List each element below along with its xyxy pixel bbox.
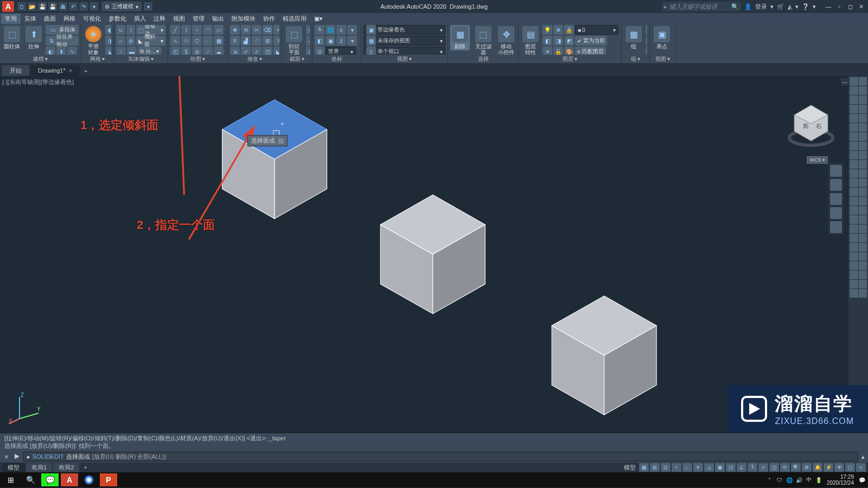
cart-icon[interactable]: 🛒 — [777, 3, 784, 10]
status-model-label[interactable]: 模型 — [622, 464, 638, 472]
restore-button[interactable]: ▫ — [834, 2, 844, 11]
palette-tool-icon[interactable] — [859, 105, 867, 113]
palette-tool-icon[interactable] — [859, 289, 867, 298]
group-select-icon[interactable]: ▦ — [646, 47, 647, 55]
mesh-refine-icon[interactable]: ◒ — [105, 47, 111, 55]
qat-new-icon[interactable]: 🗋 — [17, 2, 26, 11]
circle-icon[interactable]: ○ — [192, 25, 202, 35]
palette-tool-icon[interactable] — [850, 123, 858, 132]
annoscale-icon[interactable]: 🔍 — [791, 463, 801, 472]
helix-icon[interactable]: § — [181, 47, 191, 55]
taskbar-powerpoint-icon[interactable]: P — [100, 473, 117, 486]
palette-tool-icon[interactable] — [859, 142, 867, 150]
ribbon-collapse-icon[interactable]: ▣▾ — [310, 14, 327, 23]
ucs-icon-btn[interactable]: ╚ — [315, 25, 324, 35]
ucs-face-icon[interactable]: ◧ — [315, 36, 324, 46]
start-button[interactable]: ⊞ — [2, 473, 20, 486]
tab-addins[interactable]: 附加模块 — [228, 14, 259, 24]
ucs-world-icon[interactable]: 🌐 — [326, 25, 335, 35]
tab-layout2[interactable]: 布局2 — [53, 463, 79, 472]
panel-view2-label[interactable]: 视图 ▾ — [652, 55, 673, 63]
tab-solid[interactable]: 实体 — [21, 14, 40, 24]
palette-tool-icon[interactable] — [850, 206, 858, 215]
btn-cylinder[interactable]: ⬚圆柱体 — [2, 25, 22, 50]
system-clock[interactable]: 17:292020/12/24 — [825, 474, 856, 486]
tab-view[interactable]: 视图 — [169, 14, 189, 24]
btn-base-view[interactable]: ▣基点 — [652, 25, 672, 50]
cmd-options-icon[interactable]: ▴ — [860, 453, 866, 460]
infer-icon[interactable]: ⊡ — [661, 463, 671, 472]
palette-tool-icon[interactable] — [859, 188, 867, 196]
taskbar-chrome-icon[interactable] — [80, 473, 98, 486]
array-icon[interactable]: ⊞ — [263, 36, 272, 46]
tray-volume-icon[interactable]: 🔊 — [795, 476, 803, 484]
tab-start[interactable]: 开始 — [2, 65, 29, 76]
palette-tool-icon[interactable] — [859, 86, 867, 95]
tray-battery-icon[interactable]: 🔋 — [815, 476, 822, 484]
qat-share-icon[interactable]: ▾ — [144, 2, 152, 11]
tab-surface[interactable]: 曲面 — [40, 14, 60, 24]
tray-ime-icon[interactable]: 中 — [805, 476, 813, 484]
btn-move-gizmo[interactable]: ✥移动 小控件 — [496, 25, 516, 55]
palette-tool-icon[interactable] — [850, 243, 858, 252]
cube-3[interactable] — [552, 296, 656, 415]
otrack-icon[interactable]: ∠ — [737, 463, 746, 472]
btn-nofilter[interactable]: ⬚无过滤器 — [472, 25, 494, 55]
fillet-icon[interactable]: ◜ — [252, 36, 261, 46]
grid-icon[interactable]: ▦ — [639, 463, 649, 472]
palette-tool-icon[interactable] — [859, 224, 867, 233]
close-button[interactable]: ✕ — [856, 2, 866, 11]
btn-layer-properties[interactable]: ▤图层 特性 — [521, 25, 540, 55]
vp-minimize-icon[interactable]: — — [841, 78, 848, 86]
tab-drawing1[interactable]: Drawing1*× — [30, 65, 80, 76]
notifications-icon[interactable]: 💬 — [858, 476, 866, 484]
orbit-icon[interactable] — [830, 207, 842, 219]
ungroup-icon[interactable]: ▦ — [646, 25, 647, 35]
palette-tool-icon[interactable] — [850, 188, 858, 196]
dd-visual-style[interactable]: ▣带边缘着色▾ — [363, 25, 445, 35]
ucs-x-icon[interactable]: x — [336, 25, 346, 35]
tab-visualize[interactable]: 可视化 — [79, 14, 105, 24]
dd-world[interactable]: 世界▾ — [326, 47, 356, 55]
viewport[interactable]: [-][东南等轴测][带边缘着色] — ▫ ✕ + — [0, 76, 868, 433]
layer-on-icon[interactable]: 💡 — [542, 25, 552, 35]
panel-view-label[interactable]: 视图 ▾ — [363, 55, 445, 63]
ducs-icon[interactable]: ╚ — [748, 463, 757, 472]
tab-manage[interactable]: 管理 — [189, 14, 208, 24]
btn-extrude[interactable]: ⬆拉伸 — [24, 25, 43, 50]
btn-culling[interactable]: ▦剔除 — [450, 25, 470, 50]
layer-color-icon[interactable]: 🎨 — [564, 47, 574, 55]
panel-mesh-label[interactable]: 网格 ▾ — [84, 55, 111, 63]
ucs-z-icon[interactable]: z — [336, 36, 346, 46]
palette-tool-icon[interactable] — [850, 289, 858, 298]
hatch-icon[interactable]: ▦ — [214, 36, 224, 46]
panel-section-label[interactable]: 截面 ▾ — [284, 55, 310, 63]
apps-icon[interactable]: ◭ — [788, 3, 792, 10]
panel-selection-label[interactable]: 选择 — [450, 55, 516, 63]
align-icon[interactable]: ⫴ — [273, 36, 279, 46]
iso-icon[interactable]: ◬ — [704, 463, 714, 472]
palette-tool-icon[interactable] — [850, 142, 858, 150]
dyn-input-icon[interactable]: + — [672, 463, 681, 472]
palette-tool-icon[interactable] — [850, 197, 858, 206]
trim-icon[interactable]: ✂ — [252, 25, 261, 35]
ucs-named-icon[interactable]: ▾ — [347, 25, 357, 35]
palette-tool-icon[interactable] — [859, 77, 867, 86]
transparency-icon[interactable]: ◫ — [769, 463, 779, 472]
polygon-icon[interactable]: ⬡ — [192, 36, 202, 46]
palette-tool-icon[interactable] — [850, 280, 858, 288]
btn-presspull[interactable]: ⇅按住并拖动 — [46, 36, 79, 46]
palette-tool-icon[interactable] — [859, 123, 867, 132]
btn-taper-face[interactable]: ◣倾斜面▾ — [136, 36, 165, 46]
palette-tool-icon[interactable] — [850, 224, 858, 233]
subtract-icon[interactable]: ∖ — [126, 25, 136, 35]
generate-section-icon[interactable]: ▤ — [306, 47, 310, 55]
maximize-button[interactable]: ◻ — [845, 2, 855, 11]
add-tab-button[interactable]: + — [81, 66, 91, 76]
dd-layer[interactable]: ■0▾ — [575, 25, 618, 35]
palette-tool-icon[interactable] — [859, 178, 867, 187]
qat-plot-icon[interactable]: 🖶 — [59, 2, 67, 11]
close-icon[interactable]: × — [69, 67, 72, 74]
app-logo[interactable]: A — [2, 1, 14, 12]
palette-tool-icon[interactable] — [859, 206, 867, 215]
